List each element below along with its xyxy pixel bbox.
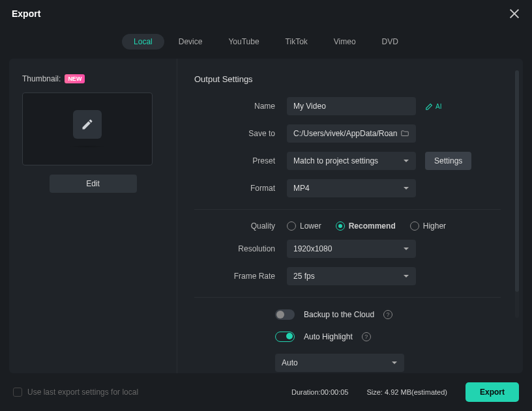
highlight-toggle[interactable] bbox=[275, 332, 295, 342]
use-last-settings-checkbox[interactable] bbox=[13, 388, 22, 397]
dialog-title: Export bbox=[12, 8, 40, 19]
resolution-label: Resolution bbox=[194, 244, 287, 253]
tab-youtube[interactable]: YouTube bbox=[216, 34, 271, 50]
help-icon[interactable]: ? bbox=[362, 332, 371, 341]
framerate-select[interactable]: 25 fps bbox=[287, 267, 416, 285]
new-badge: NEW bbox=[65, 74, 85, 83]
name-input[interactable]: My Video bbox=[287, 97, 416, 115]
tab-device[interactable]: Device bbox=[167, 34, 214, 50]
output-settings-title: Output Settings bbox=[194, 74, 501, 84]
highlight-label: Auto Highlight bbox=[304, 332, 353, 341]
backup-toggle[interactable] bbox=[275, 309, 295, 320]
tab-vimeo[interactable]: Vimeo bbox=[322, 34, 368, 50]
ai-edit-icon[interactable]: AI bbox=[425, 102, 441, 111]
chevron-down-icon bbox=[403, 246, 409, 252]
chevron-down-icon bbox=[403, 273, 409, 279]
chevron-down-icon bbox=[403, 185, 409, 191]
preset-label: Preset bbox=[194, 156, 287, 165]
saveto-label: Save to bbox=[194, 129, 287, 138]
duration-display: Duration:00:00:05 bbox=[291, 388, 348, 396]
edit-button[interactable]: Edit bbox=[50, 175, 137, 193]
quality-recommend-radio[interactable]: Recommend bbox=[336, 221, 396, 231]
thumbnail-label: Thumbnail: bbox=[22, 74, 61, 83]
thumbnail-preview[interactable] bbox=[22, 92, 153, 165]
saveto-input[interactable]: C:/Users/vivek/AppData/Roan bbox=[287, 124, 416, 143]
export-tabs: Local Device YouTube TikTok Vimeo DVD bbox=[0, 27, 532, 59]
export-button[interactable]: Export bbox=[466, 382, 519, 402]
resolution-select[interactable]: 1920x1080 bbox=[287, 240, 416, 258]
name-label: Name bbox=[194, 102, 287, 111]
scrollbar[interactable] bbox=[515, 70, 519, 318]
pencil-icon bbox=[73, 110, 102, 139]
backup-label: Backup to the Cloud bbox=[304, 310, 374, 319]
close-icon[interactable] bbox=[509, 8, 520, 20]
tab-dvd[interactable]: DVD bbox=[370, 34, 410, 50]
use-last-settings-label: Use last export settings for local bbox=[27, 388, 138, 397]
help-icon[interactable]: ? bbox=[383, 310, 392, 319]
tab-tiktok[interactable]: TikTok bbox=[274, 34, 319, 50]
folder-icon bbox=[400, 129, 409, 138]
format-label: Format bbox=[194, 184, 287, 193]
quality-higher-radio[interactable]: Higher bbox=[410, 221, 446, 231]
chevron-down-icon bbox=[391, 360, 398, 366]
quality-label: Quality bbox=[194, 221, 287, 231]
format-select[interactable]: MP4 bbox=[287, 179, 416, 197]
highlight-mode-select[interactable]: Auto bbox=[275, 354, 404, 372]
preset-settings-button[interactable]: Settings bbox=[425, 152, 471, 170]
preset-select[interactable]: Match to project settings bbox=[287, 152, 416, 170]
tab-local[interactable]: Local bbox=[122, 34, 164, 50]
quality-lower-radio[interactable]: Lower bbox=[287, 221, 321, 231]
chevron-down-icon bbox=[403, 158, 409, 164]
framerate-label: Frame Rate bbox=[194, 272, 287, 281]
size-display: Size: 4.92 MB(estimated) bbox=[366, 388, 447, 396]
